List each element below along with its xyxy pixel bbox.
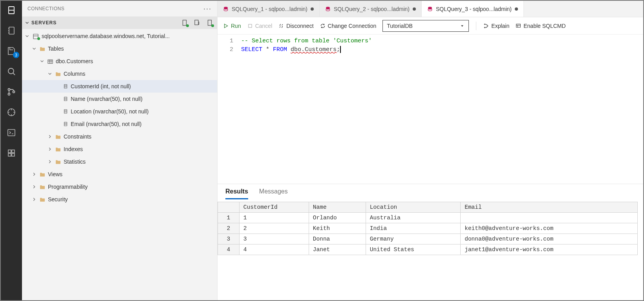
svg-point-10: [13, 91, 15, 93]
cell[interactable]: Orlando: [309, 213, 366, 223]
sql-editor[interactable]: 1 2 -- Select rows from table 'Customers…: [218, 35, 643, 184]
cell[interactable]: 4: [239, 244, 309, 255]
tree-indexes-node[interactable]: Indexes: [22, 143, 217, 155]
side-panel: CONNECTIONS ··· SERVERS sqlpoolservernam…: [22, 1, 218, 300]
disconnect-button[interactable]: Disconnect: [278, 23, 313, 29]
toolbar-separator: [476, 22, 476, 30]
select-value: TutorialDB: [387, 23, 413, 29]
folder-icon: [55, 71, 61, 77]
cell[interactable]: United States: [366, 244, 460, 255]
column-icon: [63, 109, 68, 114]
tree-security-node[interactable]: Security: [22, 193, 217, 206]
new-connection-icon[interactable]: [181, 19, 188, 26]
tree-column-item[interactable]: CustomerId (int, not null): [22, 80, 217, 93]
run-button[interactable]: Run: [223, 23, 241, 29]
database-select[interactable]: TutorialDB: [382, 20, 469, 32]
new-notebook-icon[interactable]: [206, 19, 213, 26]
column-icon: [63, 121, 68, 127]
cell[interactable]: 1: [239, 213, 309, 223]
tree-tables-node[interactable]: Tables: [22, 42, 217, 55]
column-header[interactable]: Email: [461, 202, 638, 213]
activity-terminal-icon[interactable]: [6, 127, 17, 138]
svg-rect-19: [208, 20, 212, 26]
tree-constraints-node[interactable]: Constraints: [22, 130, 217, 143]
tab-messages[interactable]: Messages: [259, 188, 288, 199]
tree-column-item[interactable]: Location (nvarchar(50), not null): [22, 105, 217, 118]
tree-item-label: Indexes: [64, 146, 83, 152]
table-row[interactable]: 4 4 Janet United States janet1@adventure…: [218, 244, 638, 255]
activity-notebook-icon[interactable]: [6, 25, 17, 36]
editor-tab[interactable]: SQLQuery_3 - sqlpoo...ladmin): [422, 1, 524, 17]
row-number: 2: [218, 223, 240, 234]
chevron-down-icon: [24, 33, 30, 39]
explain-button[interactable]: Explain: [483, 23, 509, 29]
folder-icon: [55, 159, 61, 164]
chevron-right-icon: [47, 146, 53, 152]
editor-tab[interactable]: SQLQuery_1 - sqlpoo...ladmin): [218, 1, 320, 17]
tree-programmability-node[interactable]: Programmability: [22, 181, 217, 193]
cell[interactable]: Donna: [309, 234, 366, 244]
cell[interactable]: Germany: [366, 234, 460, 244]
svg-point-44: [485, 24, 485, 24]
line-number: 1: [218, 37, 233, 46]
cell[interactable]: 3: [239, 234, 309, 244]
activity-connections-icon[interactable]: [6, 5, 17, 16]
cell[interactable]: keith0@adventure-works.com: [461, 223, 638, 234]
activity-explorer-icon[interactable]: 3: [6, 46, 17, 57]
cancel-button[interactable]: Cancel: [247, 23, 273, 29]
cell[interactable]: [461, 213, 638, 223]
svg-marker-41: [225, 24, 228, 27]
cell[interactable]: janet1@adventure-works.com: [461, 244, 638, 255]
code-comment: -- Select rows from table 'Customers': [241, 38, 372, 44]
tree-server-node[interactable]: sqlpoolservername.database.windows.net, …: [22, 30, 217, 42]
tree-item-label: Email (nvarchar(50), not null): [71, 121, 142, 127]
chevron-down-icon: [460, 24, 465, 28]
svg-point-8: [8, 89, 10, 91]
activity-extensions-icon[interactable]: [6, 148, 17, 159]
svg-rect-20: [33, 34, 38, 39]
svg-rect-47: [516, 24, 521, 27]
svg-rect-26: [64, 84, 67, 88]
tab-results[interactable]: Results: [225, 188, 248, 199]
chevron-right-icon: [31, 197, 37, 202]
column-header[interactable]: CustomerId: [239, 202, 309, 213]
tree-views-node[interactable]: Views: [22, 168, 217, 181]
enable-sqlcmd-button[interactable]: Enable SQLCMD: [516, 23, 565, 29]
tree-column-item[interactable]: Name (nvarchar(50), not null): [22, 93, 217, 105]
code-identifier: dbo.Customers: [291, 46, 337, 53]
cell[interactable]: Keith: [309, 223, 366, 234]
row-number: 1: [218, 213, 240, 223]
tree-column-item[interactable]: Email (nvarchar(50), not null): [22, 118, 217, 130]
change-connection-button[interactable]: Change Connection: [320, 23, 377, 29]
activity-source-control-icon[interactable]: [6, 86, 17, 97]
activity-target-icon[interactable]: [6, 107, 17, 118]
results-grid[interactable]: CustomerId Name Location Email 1 1 Orlan…: [218, 202, 638, 255]
side-panel-more-icon[interactable]: ···: [203, 5, 212, 13]
table-row[interactable]: 3 3 Donna Germany donna0@adventure-works…: [218, 234, 638, 244]
cell[interactable]: 2: [239, 223, 309, 234]
editor-content[interactable]: -- Select rows from table 'Customers' SE…: [239, 35, 372, 184]
table-row[interactable]: 1 1 Orlando Australia: [218, 213, 638, 223]
main-area: SQLQuery_1 - sqlpoo...ladmin) SQLQuery_2…: [218, 1, 643, 300]
editor-tab[interactable]: SQLQuery_2 - sqlpoo...ladmin): [320, 1, 422, 17]
activity-search-icon[interactable]: [6, 66, 17, 77]
cell[interactable]: Australia: [366, 213, 460, 223]
servers-section-header[interactable]: SERVERS: [22, 16, 217, 29]
tree-columns-node[interactable]: Columns: [22, 67, 217, 80]
cell[interactable]: Janet: [309, 244, 366, 255]
svg-rect-13: [8, 150, 11, 153]
new-query-icon[interactable]: [194, 19, 201, 26]
tree-statistics-node[interactable]: Statistics: [22, 155, 217, 168]
row-number: 4: [218, 244, 240, 255]
column-header[interactable]: Name: [309, 202, 366, 213]
tree-item-label: Security: [48, 196, 68, 202]
database-icon: [223, 6, 229, 12]
cell[interactable]: India: [366, 223, 460, 234]
cell[interactable]: donna0@adventure-works.com: [461, 234, 638, 244]
table-row[interactable]: 2 2 Keith India keith0@adventure-works.c…: [218, 223, 638, 234]
column-header[interactable]: Location: [366, 202, 460, 213]
editor-gutter: 1 2: [218, 35, 239, 184]
tree-table-node[interactable]: dbo.Customers: [22, 55, 217, 67]
chevron-right-icon: [31, 171, 37, 177]
svg-rect-29: [64, 97, 67, 100]
